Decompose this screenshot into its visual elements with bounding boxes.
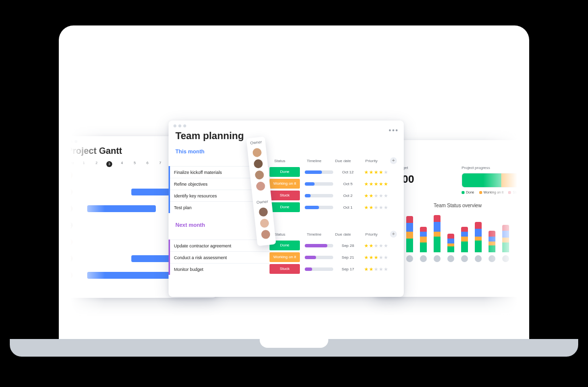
- more-options-icon[interactable]: •••: [389, 126, 399, 134]
- timeline-bar[interactable]: [305, 206, 333, 209]
- status-bar-segment: [434, 222, 441, 232]
- avatar[interactable]: [259, 207, 269, 217]
- avatar[interactable]: [420, 255, 427, 262]
- timeline-bar[interactable]: [305, 182, 333, 186]
- status-bar-segment: [475, 229, 482, 237]
- timeline-bar[interactable]: [305, 256, 333, 259]
- status-bar-segment: [434, 237, 441, 252]
- task-name[interactable]: Monitor budget: [170, 263, 270, 275]
- status-bar-segment: [447, 239, 454, 243]
- avatar[interactable]: [256, 181, 266, 191]
- gantt-axis-tick: 6: [141, 161, 154, 167]
- status-chip[interactable]: Done: [270, 202, 300, 212]
- timeline-bar[interactable]: [305, 244, 333, 247]
- priority-stars[interactable]: ★★★★★: [363, 181, 390, 187]
- status-bar[interactable]: [447, 234, 454, 252]
- table-row[interactable]: Monitor budget Stuck Sep 17 ★★★★★: [169, 263, 404, 275]
- status-bar-segment: [489, 237, 495, 242]
- table-row[interactable]: Update contractor agreement Done Sep 28 …: [169, 240, 404, 251]
- priority-stars[interactable]: ★★★★★: [363, 266, 390, 272]
- col-timeline[interactable]: Timeline: [300, 232, 328, 237]
- avatar[interactable]: [434, 255, 441, 262]
- col-due[interactable]: Due date: [333, 232, 353, 237]
- table-row[interactable]: Finalize kickoff materials Done Oct 12 ★…: [169, 166, 404, 178]
- status-chip[interactable]: Working on it: [270, 179, 300, 189]
- add-column-icon[interactable]: +: [390, 157, 397, 164]
- status-chip[interactable]: Stuck: [270, 191, 300, 200]
- timeline-bar[interactable]: [305, 170, 333, 174]
- due-date[interactable]: Sep 28: [338, 243, 358, 248]
- due-date[interactable]: Sep 17: [338, 267, 358, 271]
- group-heading[interactable]: Next month: [169, 220, 404, 230]
- status-bar-segment: [420, 237, 427, 242]
- group-heading[interactable]: This month: [169, 146, 404, 156]
- priority-stars[interactable]: ★★★★★: [363, 243, 390, 248]
- progress-legend: DoneWorking on itStuck: [462, 191, 517, 194]
- status-bar-segment: [461, 227, 468, 232]
- status-chip[interactable]: Working on it: [270, 252, 300, 262]
- gantt-axis-tick: 4: [116, 161, 128, 167]
- gantt-bar[interactable]: [87, 205, 156, 212]
- status-bar-segment: [461, 242, 468, 252]
- table-row[interactable]: Test plan Done Oct 1 ★★★★★: [169, 201, 404, 213]
- planning-title: Team planning: [169, 128, 404, 146]
- status-bar[interactable]: [489, 231, 495, 252]
- due-date[interactable]: Oct 12: [338, 170, 358, 174]
- avatar[interactable]: [253, 159, 263, 169]
- status-bar[interactable]: [406, 216, 413, 252]
- task-name[interactable]: Conduct a risk assessment: [170, 251, 270, 264]
- col-priority[interactable]: Priority: [358, 159, 385, 163]
- avatar[interactable]: [461, 255, 468, 262]
- progress-metric: Project progress DoneWorking on itStuck: [462, 166, 517, 194]
- avatar[interactable]: [475, 255, 482, 262]
- avatar[interactable]: [502, 255, 509, 262]
- gantt-axis-tick: Dec: [71, 161, 77, 167]
- status-bar[interactable]: [434, 215, 441, 252]
- priority-stars[interactable]: ★★★★★: [363, 193, 390, 198]
- avatar[interactable]: [252, 148, 262, 158]
- table-row[interactable]: Identify key resources Stuck Oct 2 ★★★★★: [169, 190, 404, 201]
- due-date[interactable]: Oct 5: [338, 182, 358, 186]
- status-bar-segment: [461, 237, 468, 242]
- due-date[interactable]: Oct 1: [338, 205, 358, 210]
- legend-item: Stuck: [508, 191, 517, 194]
- due-date[interactable]: Oct 2: [338, 194, 358, 198]
- status-bar[interactable]: [420, 227, 427, 252]
- due-date[interactable]: Sep 21: [338, 255, 358, 260]
- col-owner[interactable]: Owner: [246, 140, 266, 147]
- status-bar-segment: [406, 223, 413, 232]
- priority-stars[interactable]: ★★★★★: [363, 255, 390, 260]
- timeline-bar[interactable]: [305, 267, 333, 271]
- status-chip[interactable]: Stuck: [270, 264, 300, 274]
- avatar[interactable]: [406, 255, 413, 262]
- status-bar[interactable]: [502, 225, 509, 252]
- avatar[interactable]: [255, 170, 265, 180]
- add-column-icon[interactable]: +: [390, 231, 397, 238]
- priority-stars[interactable]: ★★★★★: [363, 205, 390, 210]
- avatar[interactable]: [489, 255, 495, 262]
- status-bar-segment: [489, 245, 495, 252]
- status-bar-segment: [502, 231, 509, 238]
- avatar[interactable]: [260, 218, 270, 228]
- priority-stars[interactable]: ★★★★★: [363, 169, 390, 175]
- laptop-notch: [260, 339, 328, 348]
- avatar[interactable]: [447, 255, 454, 262]
- status-bar-segment: [475, 241, 482, 252]
- gantt-axis-tick: 2: [90, 161, 103, 167]
- window-traffic-lights: [169, 121, 404, 128]
- col-due[interactable]: Due date: [333, 159, 353, 163]
- table-row[interactable]: Conduct a risk assessment Working on it …: [169, 251, 404, 263]
- avatar[interactable]: [261, 230, 270, 240]
- task-name[interactable]: Update contractor agreement: [170, 240, 270, 252]
- status-bar[interactable]: [475, 222, 482, 252]
- status-chip[interactable]: Done: [270, 167, 300, 177]
- status-bar-segment: [447, 234, 454, 239]
- timeline-bar[interactable]: [305, 194, 333, 197]
- col-timeline[interactable]: Timeline: [300, 159, 328, 163]
- column-headers: Status Timeline Due date Priority +: [169, 156, 404, 166]
- status-bar[interactable]: [461, 227, 468, 252]
- col-status[interactable]: Status: [265, 159, 295, 163]
- col-priority[interactable]: Priority: [358, 232, 385, 237]
- status-bar-segment: [475, 237, 482, 241]
- table-row[interactable]: Refine objectives Working on it Oct 5 ★★…: [169, 178, 404, 190]
